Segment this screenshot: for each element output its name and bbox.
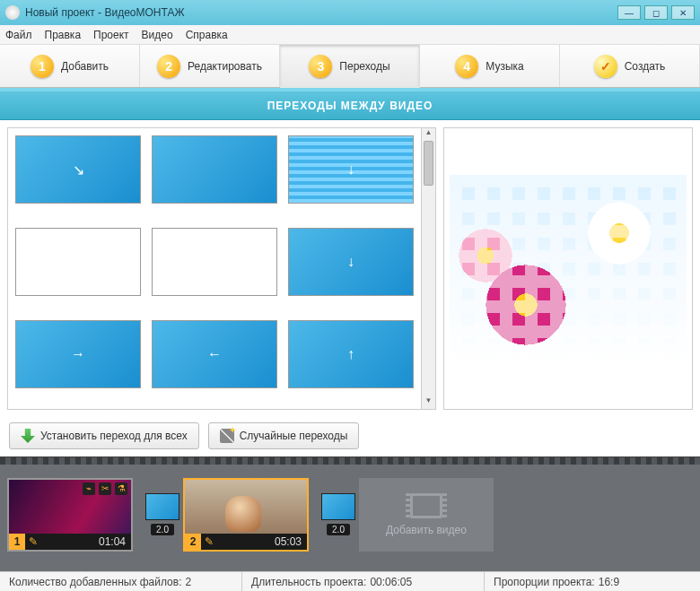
button-label: Случайные переходы [240, 430, 348, 442]
transition-thumb[interactable]: ← [152, 320, 277, 388]
action-row: Установить переход для всех Случайные пе… [0, 417, 700, 456]
window-title: Новый проект - ВидеоМОНТАЖ [25, 6, 185, 19]
step-tab-edit[interactable]: 2 Редактировать [140, 45, 280, 87]
clip-duration: 01:04 [41, 535, 131, 548]
clip-thumbnail: 2 ✎ 05:03 [183, 478, 309, 552]
section-title: ПЕРЕХОДЫ МЕЖДУ ВИДЕО [267, 100, 433, 112]
arrow-icon: ↓ [347, 161, 354, 178]
cut-icon: ✂ [99, 482, 111, 495]
speed-icon: ⌁ [83, 482, 95, 495]
status-bar: Количество добавленных файлов: 2 Длитель… [0, 571, 700, 591]
step-number-icon: 2 [157, 55, 180, 78]
scrollbar[interactable]: ▲ ▼ [421, 128, 435, 409]
step-number-icon: 3 [309, 55, 332, 78]
transition-thumb[interactable]: → [15, 320, 141, 388]
close-button[interactable]: ✕ [671, 5, 695, 20]
button-label: Установить переход для всех [40, 430, 188, 442]
menu-file[interactable]: Файл [5, 29, 32, 41]
step-tab-add[interactable]: 1 Добавить [0, 45, 140, 87]
add-video-label: Добавить видео [386, 524, 467, 536]
menu-video[interactable]: Видео [142, 29, 173, 41]
step-tab-create[interactable]: Создать [560, 45, 700, 87]
step-tab-transitions[interactable]: 3 Переходы [280, 45, 420, 88]
transition-duration: 2.0 [327, 524, 350, 535]
step-tab-music[interactable]: 4 Музыка [420, 45, 560, 87]
scroll-down-icon[interactable]: ▼ [422, 396, 435, 409]
section-header: ПЕРЕХОДЫ МЕЖДУ ВИДЕО [0, 88, 700, 120]
step-label: Музыка [486, 60, 523, 73]
status-duration-value: 00:06:05 [370, 576, 412, 588]
clip-duration: 05:03 [217, 535, 307, 548]
scroll-up-icon[interactable]: ▲ [422, 128, 435, 141]
step-number-icon: 4 [455, 55, 478, 78]
edit-clip-button[interactable]: ✎ [25, 534, 41, 550]
download-icon [21, 429, 35, 443]
timeline-transition[interactable]: 2.0 [321, 493, 355, 535]
transition-thumb[interactable] [152, 228, 277, 296]
flask-icon: ⚗ [115, 482, 127, 495]
step-label: Добавить [61, 60, 109, 73]
menu-help[interactable]: Справка [186, 29, 228, 41]
step-label: Переходы [339, 60, 389, 73]
status-aspect-value: 16:9 [599, 576, 619, 588]
clip-thumbnail: ⌁ ✂ ⚗ 1 ✎ 01:04 [7, 478, 133, 552]
minimize-button[interactable]: — [617, 5, 641, 20]
preview-image [450, 175, 687, 363]
arrow-icon: → [71, 346, 85, 362]
arrow-icon: ← [207, 346, 222, 362]
transition-thumb[interactable] [152, 135, 277, 204]
step-label: Создать [625, 60, 666, 73]
timeline: ⌁ ✂ ⚗ 1 ✎ 01:04 2.0 2 ✎ 05:03 2.0 Д [0, 456, 700, 571]
film-icon [410, 493, 442, 518]
title-bar: Новый проект - ВидеоМОНТАЖ — ◻ ✕ [0, 0, 700, 25]
arrow-icon: ↓ [347, 254, 354, 270]
transition-thumbnail [145, 493, 179, 520]
status-files-label: Количество добавленных файлов: [9, 576, 181, 588]
app-icon [5, 5, 20, 20]
timeline-transition[interactable]: 2.0 [145, 493, 179, 535]
transition-thumb[interactable] [15, 228, 141, 296]
transition-duration: 2.0 [151, 524, 174, 535]
timeline-clip[interactable]: 2 ✎ 05:03 [183, 478, 318, 552]
transitions-panel: ↘ ↓ ↓ → ← ↑ ▲ ▼ [7, 127, 436, 410]
edit-clip-button[interactable]: ✎ [201, 534, 217, 550]
arrow-icon: ↘ [73, 161, 84, 178]
status-aspect-label: Пропорции проекта: [494, 576, 595, 588]
check-icon [594, 55, 617, 78]
add-video-slot[interactable]: Добавить видео [359, 478, 494, 552]
transition-thumb[interactable]: ↓ [288, 228, 414, 296]
step-tabs: 1 Добавить 2 Редактировать 3 Переходы 4 … [0, 45, 700, 88]
transition-thumb[interactable]: ↘ [15, 135, 141, 204]
random-transitions-button[interactable]: Случайные переходы [208, 422, 360, 449]
clip-index: 1 [9, 534, 25, 550]
step-label: Редактировать [188, 60, 262, 73]
arrow-icon: ↑ [347, 346, 354, 362]
clip-index: 2 [185, 534, 201, 550]
transition-thumbnail [321, 493, 355, 520]
menu-bar: Файл Правка Проект Видео Справка [0, 25, 700, 45]
apply-all-button[interactable]: Установить переход для всех [9, 422, 199, 449]
scroll-thumb[interactable] [424, 141, 433, 186]
transition-thumb[interactable]: ↓ [288, 135, 414, 204]
status-files-value: 2 [185, 576, 191, 588]
wand-icon [220, 429, 234, 443]
menu-edit[interactable]: Правка [45, 29, 82, 41]
timeline-clip[interactable]: ⌁ ✂ ⚗ 1 ✎ 01:04 [7, 478, 142, 552]
transition-thumb[interactable]: ↑ [288, 320, 414, 388]
menu-project[interactable]: Проект [93, 29, 129, 41]
maximize-button[interactable]: ◻ [644, 5, 668, 20]
status-duration-label: Длительность проекта: [251, 576, 366, 588]
transitions-grid: ↘ ↓ ↓ → ← ↑ [8, 128, 421, 409]
main-area: ↘ ↓ ↓ → ← ↑ ▲ ▼ [0, 120, 700, 417]
preview-panel [443, 127, 693, 410]
step-number-icon: 1 [31, 55, 54, 78]
